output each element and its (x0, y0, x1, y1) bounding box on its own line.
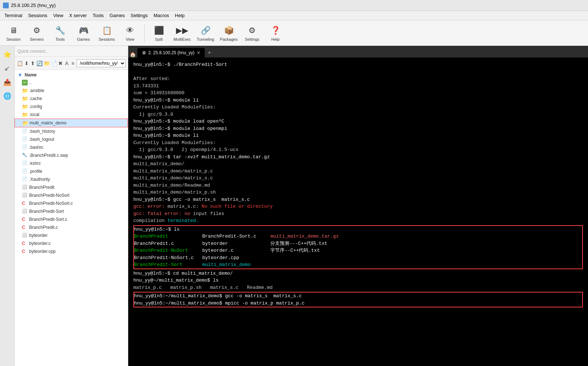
c-file-icon-byteorder-cpp: C (22, 248, 28, 254)
toolbar-btn-multiexec[interactable]: ▶▶MultiExec (172, 22, 193, 44)
tree-item-byteorder-label: byteorder (29, 233, 48, 238)
file-toolbar-rename-btn[interactable]: A (64, 59, 69, 68)
tree-item-branchpredit-nosort-c[interactable]: C BranchPredit-NoSort.c (15, 199, 128, 207)
sidebar-star-btn[interactable]: ⭐ (1, 49, 13, 60)
toolbar-icon-games: 🎮 (78, 25, 89, 36)
tree-item-config-label: .config (29, 104, 42, 109)
tree-item-byteorder-c[interactable]: C byteorder.c (15, 239, 128, 247)
tree-item-local[interactable]: 📁 .local (15, 111, 128, 119)
terminal-tab-1[interactable]: 🖥 2. 25.8.100.25 (hnu_yy) ✕ (137, 48, 205, 57)
tree-item-ansible[interactable]: 📁 .ansible (15, 87, 128, 95)
term-line-4: 13.743331 (133, 83, 583, 90)
tree-item-byteorder-cpp[interactable]: C byteorder.cpp (15, 247, 128, 255)
toolbar-label-tools: Tools (55, 37, 65, 41)
tree-item-bash-logout[interactable]: 📄 .bash_logout (15, 135, 128, 143)
folder-icon-config: 📁 (22, 104, 28, 110)
term-line-1: hnu_yy@ln5:~$ ./BranchPredit-Sort (133, 61, 583, 68)
tree-item-branchpredit-sort-c[interactable]: C BranchPredit-Sort.c (15, 215, 128, 223)
c-file-icon-branchpredit-nosort: C (22, 200, 28, 206)
tree-item-multi-matrix-demo[interactable]: 📁 multi_matrix_demo (15, 119, 128, 127)
toolbar-btn-sessions[interactable]: 📋Sessions (96, 22, 117, 44)
tree-item-cache[interactable]: 📁 .cache (15, 95, 128, 103)
tree-item-branchpredit-swp[interactable]: 🔧 .BranchPredit.c.swp (15, 151, 128, 159)
tree-header-label: Name (25, 72, 37, 77)
tree-item-branchpredit-sort[interactable]: ⬜ BranchPredit-Sort (15, 207, 128, 215)
tree-item-branchpredit-sort-label: BranchPredit-Sort (29, 209, 64, 214)
toolbar-btn-tools[interactable]: 🔧Tools (50, 22, 71, 44)
path-selector[interactable]: /vol8/home/hnu_yy/ (77, 59, 126, 67)
toolbar-btn-view[interactable]: 👁View (119, 22, 141, 44)
tree-item-byteorder[interactable]: ⬜ byteorder (15, 231, 128, 239)
tree-item-kshrc[interactable]: 📄 .kshrc (15, 159, 128, 167)
terminal-content[interactable]: hnu_yy@ln5:~$ ./BranchPredit-Sort After … (128, 57, 588, 366)
term-line-21: gcc: error: matrix_s.c: No such file or … (133, 203, 583, 210)
menu-item-x server[interactable]: X server (66, 12, 90, 19)
tree-item-bash-history[interactable]: 📄 .bash_history (15, 127, 128, 135)
file-toolbar-up-btn[interactable]: ⬆ (30, 59, 35, 68)
term-line-9: hnu_yy@ln5:~$ module load open^C (133, 118, 583, 125)
file-toolbar-down-btn[interactable]: ⬇ (24, 59, 29, 68)
term-line-7: Currently Loaded Modulefiles: (133, 104, 583, 111)
toolbar-btn-split[interactable]: ⬛Split (148, 22, 169, 44)
tree-item-config[interactable]: 📁 .config (15, 103, 128, 111)
file-toolbar-delete-btn[interactable]: ✖ (58, 59, 63, 68)
tree-item-branchpredit[interactable]: ⬜ BranchPredit (15, 183, 128, 191)
tree-item-bashrc[interactable]: 📄 .bashrc (15, 143, 128, 151)
toolbar-icon-tools: 🔧 (54, 25, 66, 36)
menu-item-macros[interactable]: Macros (150, 12, 172, 19)
tree-item-kshrc-label: .kshrc (29, 161, 41, 166)
file-panel: Quick connect... 📋 ⬇ ⬆ 🔄 📁 📄 ✖ A ≡ /vol8… (15, 46, 128, 366)
menu-item-view[interactable]: View (50, 12, 66, 19)
term-line-16: multi_matrix_demo/matrix_p.c (133, 168, 583, 175)
tree-item-xauthority[interactable]: 📄 .Xauthority (15, 175, 128, 183)
menu-item-help[interactable]: Help (172, 12, 188, 19)
toolbar-btn-tunneling[interactable]: 🔗Tunneling (195, 22, 216, 44)
term-line-26: BranchPredit.c byteorder 分支预测---C++代码.tx… (134, 240, 582, 247)
tab-add-btn[interactable]: + (205, 48, 214, 57)
folder-icon-local: 📁 (22, 112, 28, 118)
tree-item-branchpredit-label: BranchPredit (29, 185, 54, 190)
file-toolbar-copy-btn[interactable]: 📋 (17, 59, 23, 68)
menu-item-terminal[interactable]: Terminal (1, 12, 25, 19)
tree-item-branchpredit-nosort[interactable]: ⬜ BranchPredit-NoSort (15, 191, 128, 199)
term-line-18: multi_matrix_demo/Readme.md (133, 182, 583, 189)
toolbar-btn-packages[interactable]: 📦Packages (218, 22, 239, 44)
toolbar-label-packages: Packages (220, 37, 238, 41)
title-bar: 25.8.100.25 (hnu_yy) (0, 0, 588, 11)
toolbar-label-split: Split (155, 37, 162, 41)
menu-item-sessions[interactable]: Sessions (25, 12, 50, 19)
c-file-icon-byteorder: C (22, 240, 28, 246)
tree-item-back[interactable]: ↩ .. (15, 79, 128, 87)
menu-item-settings[interactable]: Settings (128, 12, 151, 19)
sidebar-globe-btn[interactable]: 🌐 (1, 90, 13, 102)
menu-item-tools[interactable]: Tools (90, 12, 106, 19)
toolbar-btn-servers[interactable]: ⚙Servers (26, 22, 47, 44)
term-line-10: hnu_yy@ln5:~$ module load openmpi (133, 125, 583, 132)
file-icon-byteorder: ⬜ (22, 232, 28, 238)
toolbar-icon-packages: 📦 (223, 25, 235, 36)
menu-item-games[interactable]: Games (107, 12, 128, 19)
tab-close-btn[interactable]: ✕ (197, 50, 200, 55)
toolbar-btn-games[interactable]: 🎮Games (73, 22, 94, 44)
quick-connect[interactable]: Quick connect... (15, 46, 128, 57)
file-icon-branchpredit: ⬜ (22, 184, 28, 190)
toolbar-btn-help[interactable]: ❓Help (265, 22, 286, 44)
c-file-icon-branchpredit-sort: C (22, 216, 28, 222)
terminal-tabs: 🏠 🖥 2. 25.8.100.25 (hnu_yy) ✕ + (128, 46, 588, 57)
toolbar-btn-session[interactable]: 🖥Session (3, 22, 24, 44)
toolbar-btn-settings[interactable]: ⚙Settings (242, 22, 263, 44)
file-toolbar-file-btn[interactable]: 📄 (51, 59, 57, 68)
term-line-28: BranchPredit-NoSort.c byteorder.cpp (134, 254, 582, 262)
sidebar-icons: ⭐ ↙ 📤 🌐 (0, 46, 15, 366)
file-toolbar-folder-btn[interactable]: 📁 (44, 59, 50, 68)
file-toolbar-refresh-btn[interactable]: 🔄 (36, 59, 43, 68)
term-line-11: hnu_yy@ln5:~$ module li (133, 132, 583, 139)
term-line-32: matrix_p.c matrix_p.sh matrix_s.c Readme… (133, 284, 583, 291)
file-icon-branchpredit-nosort: ⬜ (22, 192, 28, 198)
file-toolbar-menu-btn[interactable]: ≡ (70, 59, 75, 68)
sidebar-send-btn[interactable]: 📤 (1, 76, 13, 88)
sidebar-arrow-btn[interactable]: ↙ (1, 63, 13, 74)
tree-item-branchpredit-c[interactable]: C BranchPredit.c (15, 223, 128, 231)
tree-item-profile[interactable]: 📄 .profile (15, 167, 128, 175)
folder-icon-cache: 📁 (22, 96, 28, 102)
